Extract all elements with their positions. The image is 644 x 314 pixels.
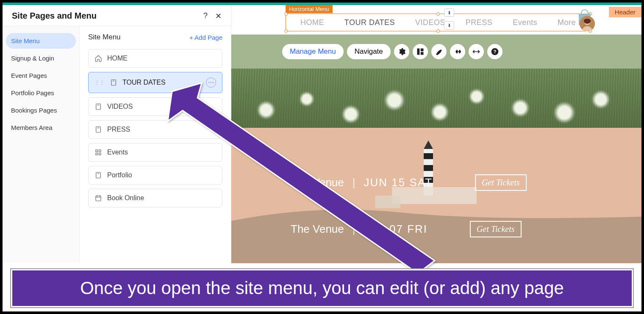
get-tickets-button[interactable]: Get Tickets bbox=[475, 174, 526, 191]
separator: | bbox=[353, 176, 355, 189]
svg-rect-17 bbox=[421, 49, 424, 52]
nav-signup-login[interactable]: Signup & Login bbox=[6, 50, 76, 66]
calendar-icon bbox=[94, 194, 102, 202]
svg-rect-18 bbox=[421, 52, 424, 55]
svg-rect-12 bbox=[96, 196, 101, 201]
svg-rect-26 bbox=[424, 165, 433, 171]
event-venue: The Venue bbox=[291, 176, 344, 189]
menu-item-press[interactable]: PRESS bbox=[466, 18, 493, 27]
stretch-up-button[interactable]: ⬇ bbox=[444, 8, 454, 17]
page-item-portfolio[interactable]: ⋮⋮ Portfolio ⋯ bbox=[88, 166, 222, 185]
event-date: JUN 15 SAT bbox=[364, 176, 433, 189]
design-icon[interactable] bbox=[431, 44, 447, 59]
page-icon bbox=[94, 126, 102, 133]
page-item-press[interactable]: ⋮⋮ PRESS ⋯ bbox=[88, 120, 222, 139]
separator: | bbox=[353, 223, 355, 236]
site-header: Horizontal Menu HOME TOUR DATES VIDEOS P… bbox=[231, 5, 641, 35]
site-pages-panel: Site Pages and Menu ? ✕ Site Menu Signup… bbox=[3, 5, 231, 263]
event-venue: The Venue bbox=[291, 223, 344, 236]
close-button[interactable]: ✕ bbox=[215, 11, 222, 21]
page-item-videos[interactable]: ⋮⋮ VIDEOS ⋯ bbox=[88, 97, 222, 116]
help-button[interactable]: ? bbox=[203, 11, 208, 20]
page-item-book-online[interactable]: ⋮⋮ Book Online ⋯ bbox=[88, 189, 222, 207]
page-item-events[interactable]: ⋮⋮ Events ⋯ bbox=[88, 143, 222, 162]
site-preview-canvas: Horizontal Menu HOME TOUR DATES VIDEOS P… bbox=[231, 5, 641, 263]
menu-item-home[interactable]: HOME bbox=[300, 18, 324, 27]
svg-rect-25 bbox=[424, 153, 433, 159]
event-row-1: The Venue | JUN 15 SAT Get Tickets bbox=[291, 174, 527, 191]
add-page-button[interactable]: Add Page bbox=[189, 34, 222, 41]
svg-rect-6 bbox=[96, 150, 98, 152]
page-icon bbox=[94, 103, 102, 110]
annotation-caption: Once you open the site menu, you can edi… bbox=[11, 269, 633, 307]
page-icon bbox=[94, 171, 102, 179]
svg-rect-7 bbox=[99, 150, 101, 152]
home-icon bbox=[94, 55, 102, 62]
svg-rect-29 bbox=[375, 196, 400, 208]
svg-rect-9 bbox=[99, 153, 101, 155]
panel-title: Site Pages and Menu bbox=[12, 11, 97, 21]
navigate-button[interactable]: Navigate bbox=[347, 44, 391, 59]
events-section: The Venue | JUN 15 SAT Get Tickets The V… bbox=[231, 128, 641, 263]
page-item-label: PRESS bbox=[107, 126, 130, 133]
animation-icon[interactable] bbox=[450, 44, 465, 59]
page-item-label: Portfolio bbox=[107, 171, 132, 179]
svg-rect-0 bbox=[111, 80, 116, 85]
page-list: Site Menu Add Page ⋮⋮ HOME ⋯ ⋮⋮ TOUR DAT… bbox=[80, 26, 231, 262]
page-item-label: TOUR DATES bbox=[122, 79, 166, 86]
panel-left-nav: Site Menu Signup & Login Event Pages Por… bbox=[3, 26, 80, 262]
settings-icon[interactable] bbox=[394, 44, 409, 59]
horizontal-menu-badge: Horizontal Menu bbox=[286, 5, 333, 13]
nav-site-menu[interactable]: Site Menu bbox=[6, 33, 76, 49]
layout-icon[interactable] bbox=[413, 44, 428, 59]
page-list-title: Site Menu bbox=[88, 33, 121, 41]
page-item-label: Book Online bbox=[107, 194, 144, 202]
nav-event-pages[interactable]: Event Pages bbox=[6, 68, 76, 83]
element-toolbar: Manage Menu Navigate ? bbox=[282, 44, 502, 59]
nav-portfolio-pages[interactable]: Portfolio Pages bbox=[6, 85, 76, 101]
menu-item-more[interactable]: More bbox=[558, 18, 576, 27]
event-row-2: The Venue | JUL 07 FRI Get Tickets bbox=[291, 221, 522, 237]
menu-item-videos[interactable]: VIDEOS bbox=[415, 18, 445, 27]
page-item-tour-dates[interactable]: ⋮⋮ TOUR DATES ⋯ bbox=[88, 72, 222, 93]
svg-rect-8 bbox=[96, 153, 98, 155]
page-item-label: Events bbox=[107, 149, 128, 156]
more-icon[interactable]: ⋯ bbox=[206, 77, 216, 88]
event-date: JUL 07 FRI bbox=[364, 223, 428, 236]
svg-text:?: ? bbox=[493, 49, 496, 54]
stretch-down-button[interactable]: ⬇ bbox=[444, 21, 454, 30]
manage-menu-button[interactable]: Manage Menu bbox=[282, 44, 344, 59]
horizontal-menu-selection[interactable]: HOME TOUR DATES VIDEOS PRESS Events More bbox=[286, 14, 591, 31]
get-tickets-button[interactable]: Get Tickets bbox=[470, 221, 521, 237]
page-icon bbox=[110, 79, 117, 86]
page-item-label: HOME bbox=[107, 55, 128, 62]
help-icon[interactable]: ? bbox=[487, 44, 502, 59]
page-item-home[interactable]: ⋮⋮ HOME ⋯ bbox=[88, 49, 222, 68]
hero-section: Manage Menu Navigate ? bbox=[231, 35, 641, 128]
header-badge: Header bbox=[609, 7, 641, 17]
drag-handle-icon[interactable]: ⋮⋮ bbox=[94, 80, 105, 85]
svg-rect-4 bbox=[96, 127, 101, 132]
menu-item-events[interactable]: Events bbox=[513, 18, 537, 27]
stretch-icon[interactable] bbox=[469, 44, 484, 59]
avatar[interactable] bbox=[580, 16, 595, 31]
grid-icon bbox=[94, 149, 102, 156]
svg-rect-2 bbox=[96, 104, 101, 110]
menu-item-tour-dates[interactable]: TOUR DATES bbox=[344, 18, 395, 27]
page-item-label: VIDEOS bbox=[107, 103, 133, 110]
svg-rect-10 bbox=[96, 172, 101, 178]
nav-bookings-pages[interactable]: Bookings Pages bbox=[6, 102, 76, 118]
svg-rect-16 bbox=[417, 49, 419, 55]
nav-members-area[interactable]: Members Area bbox=[6, 120, 76, 135]
